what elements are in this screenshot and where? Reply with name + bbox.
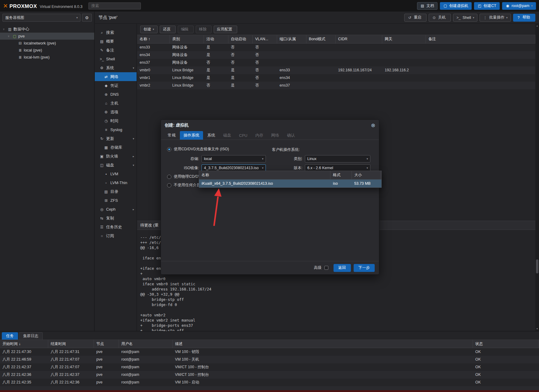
vertical-scrollbar[interactable]: ▲ ▼ bbox=[535, 24, 539, 331]
table-row[interactable]: vmbr1 Linux Bridge 是 是 否 ens34 bbox=[137, 74, 535, 82]
dialog-tab[interactable]: 网络 bbox=[267, 131, 283, 140]
create-vm-button[interactable]: ▢ 创建虚拟机 bbox=[440, 2, 472, 10]
menu-item[interactable]: ⊕ DNS bbox=[95, 90, 137, 99]
task-row[interactable]: 八月 22 21:46:59 八月 22 21:47:07 pve root@p… bbox=[0, 356, 539, 363]
table-row[interactable]: ens34 网络设备 是 否 否 bbox=[137, 51, 535, 59]
node-action-button[interactable]: ? 帮助 bbox=[513, 14, 535, 22]
picker-column-header[interactable]: 大小 bbox=[352, 171, 381, 179]
dialog-titlebar[interactable]: 创建: 虚拟机 ⊗ bbox=[161, 120, 379, 131]
tasks-column-header[interactable]: 节点 bbox=[94, 340, 119, 348]
dialog-tab[interactable]: 常规 bbox=[164, 131, 179, 140]
column-header[interactable]: 名称 ↑ bbox=[137, 35, 170, 43]
column-header[interactable]: VLAN... bbox=[253, 35, 277, 43]
menu-item[interactable]: ◆ 凭证 bbox=[95, 81, 137, 90]
scroll-down-icon[interactable]: ▼ bbox=[535, 327, 539, 331]
tree-item[interactable]: ≣ local (pve) bbox=[0, 47, 94, 54]
dialog-tab[interactable]: CPU bbox=[235, 131, 251, 140]
column-header[interactable]: 类别 bbox=[170, 35, 204, 43]
menu-item[interactable]: ⊞ ZFS bbox=[95, 196, 137, 205]
table-row[interactable]: vmbr2 Linux Bridge 否 是 否 ens37 bbox=[137, 82, 535, 89]
picker-column-header[interactable]: 名称 bbox=[199, 171, 330, 179]
menu-item[interactable]: ✎ 备注 bbox=[95, 46, 137, 55]
toolbar-button[interactable]: 应用配置 bbox=[214, 26, 237, 33]
tree-settings-button[interactable]: ⚙ bbox=[82, 14, 92, 22]
global-search-input[interactable] bbox=[88, 2, 141, 9]
menu-item[interactable]: ◫ 磁盘 ▾ bbox=[95, 161, 137, 169]
dialog-tab[interactable]: 确认 bbox=[283, 131, 298, 140]
tasks-column-header[interactable]: 描述 bbox=[173, 340, 473, 348]
node-action-button[interactable]: >_ Shell ▾ bbox=[453, 14, 477, 22]
column-header[interactable]: 备注 bbox=[426, 35, 535, 43]
column-header[interactable]: Bond模式 bbox=[306, 35, 336, 43]
iso-image-radio[interactable]: 使用CD/DVD光盘镜像文件 (ISO) bbox=[167, 147, 229, 152]
menu-item[interactable]: ⇆ 复制 bbox=[95, 214, 137, 223]
iso-file-option[interactable]: iKuai8_x64_3.7.5_Build202308021413.iso i… bbox=[199, 180, 381, 187]
dialog-tab[interactable]: 操作系统 bbox=[180, 131, 203, 140]
menu-item[interactable]: ▤ 概要 bbox=[95, 37, 137, 46]
toolbar-button[interactable]: 还原 bbox=[160, 26, 176, 33]
task-row[interactable]: 八月 22 21:42:35 八月 22 21:42:36 pve root@p… bbox=[0, 379, 539, 386]
menu-item[interactable]: ⚙ 系统 ▾ bbox=[95, 63, 137, 72]
menu-item[interactable]: ⚙ 选项 bbox=[95, 108, 137, 116]
menu-item[interactable]: ◷ 时间 bbox=[95, 116, 137, 125]
tree-item[interactable]: ⊟ localnetwork (pve) bbox=[0, 40, 94, 47]
tasks-column-header[interactable]: 状态 bbox=[473, 340, 539, 348]
menu-item[interactable]: ◎ Ceph ▸ bbox=[95, 205, 137, 214]
menu-item[interactable]: ⇄ 网络 bbox=[95, 72, 137, 81]
menu-item[interactable]: ▪ LVM bbox=[95, 169, 137, 178]
table-row[interactable]: ens37 网络设备 否 否 否 bbox=[137, 59, 535, 66]
column-header[interactable]: 活动 bbox=[204, 35, 228, 43]
tasks-column-header[interactable]: 用户名 bbox=[119, 340, 173, 348]
dialog-tab[interactable]: 系统 bbox=[204, 131, 219, 140]
menu-item[interactable]: ↻ 更新 ▾ bbox=[95, 134, 137, 143]
task-row[interactable]: 八月 22 21:42:37 八月 22 21:47:07 pve root@p… bbox=[0, 363, 539, 371]
column-header[interactable]: 自动启动 bbox=[228, 35, 253, 43]
menu-item[interactable]: ☰ 任务历史 bbox=[95, 223, 137, 231]
tasks-column-header[interactable]: 开始时间 ↓ bbox=[0, 340, 48, 348]
menu-item[interactable]: ▫ LVM-Thin bbox=[95, 178, 137, 187]
picker-column-header[interactable]: 格式 bbox=[330, 171, 352, 179]
user-menu-button[interactable]: ◉ root@pam ▾ bbox=[502, 2, 536, 10]
node-action-button[interactable]: ⋮ 批量操作 ▾ bbox=[480, 14, 511, 22]
os-type-select[interactable]: Linux ▾ bbox=[305, 155, 370, 162]
menu-item[interactable]: ▤ 目录 bbox=[95, 187, 137, 196]
dialog-tab[interactable]: 磁盘 bbox=[220, 131, 235, 140]
menu-item[interactable]: >_ Shell bbox=[95, 55, 137, 63]
dialog-tab[interactable]: 内存 bbox=[252, 131, 267, 140]
menu-item[interactable]: ▣ 防火墙 ▸ bbox=[95, 152, 137, 161]
create-ct-button[interactable]: ◰ 创建CT bbox=[474, 2, 500, 10]
toolbar-button[interactable]: 编辑 bbox=[178, 26, 194, 33]
view-selector[interactable]: 服务器视图 ▾ bbox=[2, 14, 80, 22]
column-header[interactable]: 端口/从属 bbox=[277, 35, 306, 43]
menu-item[interactable]: ≡ Syslog bbox=[95, 125, 137, 134]
tasks-column-header[interactable]: 结束时间 bbox=[48, 340, 94, 348]
documentation-button[interactable]: ▤ 文档 bbox=[417, 2, 437, 10]
table-row[interactable]: ens33 网络设备 是 否 否 bbox=[137, 44, 535, 51]
task-row[interactable]: 八月 22 21:47:30 八月 22 21:47:31 pve root@p… bbox=[0, 348, 539, 356]
close-icon[interactable]: ⊗ bbox=[371, 122, 375, 129]
toolbar-button[interactable]: 移除 bbox=[196, 26, 212, 33]
bottom-tab[interactable]: 集群日志 bbox=[19, 332, 43, 340]
tree-item[interactable]: ≣ local-lvm (pve) bbox=[0, 54, 94, 61]
menu-item[interactable]: ⌂ 主机 bbox=[95, 99, 137, 108]
scroll-up-icon[interactable]: ▲ bbox=[535, 24, 539, 28]
menu-item[interactable]: ⌕ 搜索 bbox=[95, 28, 137, 37]
table-row[interactable]: vmbr0 Linux Bridge 是 是 否 ens33 192.168.1… bbox=[137, 66, 535, 74]
menu-item[interactable]: ▦ 存储库 bbox=[95, 143, 137, 152]
storage-select[interactable]: local ▾ bbox=[202, 155, 266, 162]
node-action-button[interactable]: ↺ 重启 bbox=[404, 14, 427, 22]
tree-item[interactable]: ▿ ▢ pve bbox=[0, 33, 94, 40]
column-header[interactable]: 网关 bbox=[382, 35, 426, 43]
menu-item[interactable]: ○ 订阅 bbox=[95, 231, 137, 240]
bottom-tab[interactable]: 任务 bbox=[2, 332, 18, 340]
no-media-radio[interactable]: 不使用任何介质 bbox=[167, 183, 201, 188]
scrollbar-thumb[interactable] bbox=[536, 259, 538, 273]
column-header[interactable]: CIDR bbox=[336, 35, 382, 43]
advanced-checkbox[interactable] bbox=[324, 266, 328, 270]
back-button[interactable]: 返回 bbox=[334, 264, 351, 272]
tree-item[interactable]: ▿ ▥ 数据中心 bbox=[0, 26, 94, 33]
next-button[interactable]: 下一步 bbox=[354, 264, 375, 272]
task-row[interactable]: 八月 22 21:42:36 八月 22 21:42:37 pve root@p… bbox=[0, 371, 539, 379]
node-action-button[interactable]: ⊙ 关机 bbox=[429, 14, 451, 22]
toolbar-button[interactable]: 创建 ▾ bbox=[140, 26, 158, 33]
